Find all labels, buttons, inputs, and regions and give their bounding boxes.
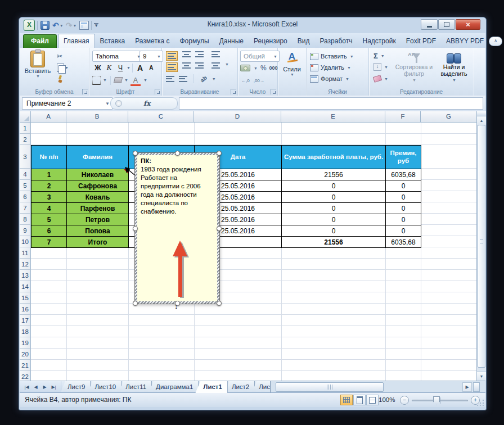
cell[interactable]: 21556 bbox=[282, 237, 386, 248]
sheet-tab[interactable]: Лист9 bbox=[60, 381, 91, 393]
delete-cells-button[interactable]: Удалить ▼ bbox=[310, 63, 351, 72]
wrap-text-icon[interactable] bbox=[212, 51, 220, 57]
row-header[interactable]: 21 bbox=[20, 360, 31, 371]
cell[interactable]: Николаев bbox=[67, 169, 129, 180]
cell[interactable]: 0 bbox=[386, 192, 421, 203]
cell[interactable]: 0 bbox=[282, 180, 386, 192]
sheet-nav-button[interactable]: ◀ bbox=[32, 385, 40, 390]
red-arrow-shape[interactable] bbox=[172, 241, 188, 298]
cell[interactable]: 4 bbox=[32, 203, 67, 214]
sheet-nav-button[interactable]: ▶| bbox=[50, 385, 58, 390]
sheet-tab[interactable]: Лист10 bbox=[87, 381, 122, 393]
dialog-launcher-icon[interactable] bbox=[82, 89, 88, 94]
grid-row[interactable]: 15 bbox=[20, 292, 476, 304]
formula-input[interactable] bbox=[179, 97, 483, 110]
decrease-indent-icon[interactable] bbox=[166, 76, 174, 82]
grid-row[interactable]: 20 bbox=[20, 349, 476, 360]
merge-center-icon[interactable] bbox=[212, 62, 220, 69]
accounting-format-icon[interactable] bbox=[240, 65, 250, 71]
sheet-tab[interactable]: Диаграмма1 bbox=[148, 381, 199, 393]
cell[interactable]: 1 bbox=[32, 169, 67, 180]
align-bottom-icon[interactable] bbox=[195, 51, 204, 57]
comment-balloon[interactable]: ПК: 1983 года рожденияРаботает напредпри… bbox=[135, 153, 219, 304]
grid-row[interactable]: 19 bbox=[20, 337, 476, 349]
row-header[interactable]: 14 bbox=[20, 281, 31, 292]
sheet-nav-button[interactable]: ▶ bbox=[40, 385, 49, 390]
grid-row[interactable]: 11 bbox=[20, 247, 476, 259]
scroll-up-button[interactable]: ▲ bbox=[477, 116, 486, 125]
header-cell[interactable]: Премия, руб bbox=[386, 146, 421, 169]
align-middle-icon[interactable] bbox=[182, 51, 191, 57]
cell[interactable]: Попова bbox=[67, 225, 129, 237]
close-button[interactable]: × bbox=[456, 19, 480, 30]
cell[interactable]: 5 bbox=[32, 214, 67, 225]
row-header[interactable]: 4 bbox=[20, 169, 31, 180]
normal-view-button[interactable] bbox=[340, 395, 353, 405]
ribbon-tab[interactable]: Разметка с bbox=[130, 34, 174, 48]
row-header[interactable]: 1 bbox=[20, 123, 31, 134]
row-header[interactable]: 15 bbox=[20, 292, 31, 304]
cell[interactable]: 0 bbox=[386, 214, 421, 225]
sheet-nav-button[interactable]: |◀ bbox=[22, 385, 31, 390]
resize-handle[interactable] bbox=[133, 301, 138, 306]
resize-handle[interactable] bbox=[217, 301, 222, 306]
fill-button[interactable]: ↓ ▼ bbox=[374, 62, 388, 71]
cell[interactable]: Итого bbox=[67, 237, 129, 248]
ribbon-tab[interactable]: Вставка bbox=[95, 34, 130, 48]
ribbon-tab[interactable]: Foxit PDF bbox=[401, 34, 441, 48]
borders-icon[interactable] bbox=[92, 76, 101, 85]
restore-button[interactable] bbox=[438, 19, 455, 30]
number-format-select[interactable]: Общий ▼ bbox=[240, 51, 280, 62]
underline-button[interactable]: Ч bbox=[115, 63, 126, 73]
ribbon-tab[interactable]: Главная bbox=[58, 34, 95, 48]
grid-row[interactable]: 12 bbox=[20, 259, 476, 270]
row-header[interactable]: 8 bbox=[20, 214, 31, 225]
tab-split-handle[interactable] bbox=[473, 382, 480, 392]
align-center-icon[interactable] bbox=[182, 62, 191, 69]
row-header[interactable]: 17 bbox=[20, 315, 31, 326]
orientation-caret-icon[interactable]: ▼ bbox=[212, 77, 216, 81]
styles-button[interactable]: А Стили ▼ bbox=[281, 51, 303, 84]
hscroll-thumb[interactable] bbox=[276, 382, 384, 392]
borders-caret-icon[interactable]: ▼ bbox=[103, 78, 107, 82]
column-header[interactable]: A bbox=[31, 111, 66, 123]
cut-button[interactable]: ✂ bbox=[57, 51, 69, 61]
row-header[interactable]: 16 bbox=[20, 304, 31, 315]
cell[interactable]: Парфенов bbox=[67, 203, 129, 214]
sheet-tab[interactable]: Лист11 bbox=[118, 381, 152, 393]
select-all-corner[interactable] bbox=[20, 111, 31, 123]
scroll-right-button[interactable]: ▶ bbox=[462, 382, 472, 392]
ribbon-tab[interactable]: Рецензиро bbox=[249, 34, 292, 48]
increase-decimal-button[interactable]: ←,0 bbox=[241, 78, 250, 83]
cell[interactable]: 0 bbox=[282, 203, 386, 214]
ribbon-tab[interactable]: Файл bbox=[23, 34, 57, 48]
find-select-button[interactable]: Найти и выделить ▼ bbox=[436, 52, 471, 84]
format-painter-button[interactable] bbox=[57, 74, 69, 84]
clear-button[interactable]: ▼ bbox=[374, 74, 388, 83]
cell[interactable]: Петров bbox=[67, 214, 129, 225]
align-top-icon[interactable] bbox=[166, 51, 178, 61]
paste-button[interactable]: Вставить ▼ bbox=[24, 51, 51, 78]
shrink-font-button[interactable]: А bbox=[146, 63, 157, 73]
resize-handle[interactable] bbox=[217, 151, 222, 156]
row-header[interactable]: 5 bbox=[20, 180, 31, 191]
column-header[interactable]: E bbox=[281, 111, 385, 123]
grid-row[interactable]: 1 bbox=[20, 123, 476, 134]
insert-function-button[interactable]: fx bbox=[143, 100, 150, 107]
bold-button[interactable]: Ж bbox=[92, 63, 104, 73]
zoom-handle[interactable] bbox=[433, 396, 440, 405]
italic-button[interactable]: К bbox=[104, 63, 115, 73]
insert-cells-button[interactable]: Вставить ▼ bbox=[310, 52, 354, 61]
vscroll-thumb[interactable] bbox=[478, 125, 485, 368]
grid-row[interactable]: 18 bbox=[20, 326, 476, 337]
page-layout-view-button[interactable] bbox=[353, 395, 366, 405]
window-resize-grip-icon[interactable] bbox=[477, 399, 484, 406]
merge-caret-icon[interactable]: ▼ bbox=[225, 62, 229, 72]
dialog-launcher-icon[interactable] bbox=[231, 89, 236, 94]
zoom-track[interactable] bbox=[412, 400, 468, 401]
row-header[interactable]: 18 bbox=[20, 326, 31, 337]
row-header[interactable]: 10 bbox=[20, 236, 31, 247]
autosum-button[interactable]: Σ ▼ bbox=[374, 51, 385, 60]
column-header[interactable]: B bbox=[66, 111, 128, 123]
horizontal-scrollbar[interactable]: ▶ bbox=[271, 381, 485, 393]
